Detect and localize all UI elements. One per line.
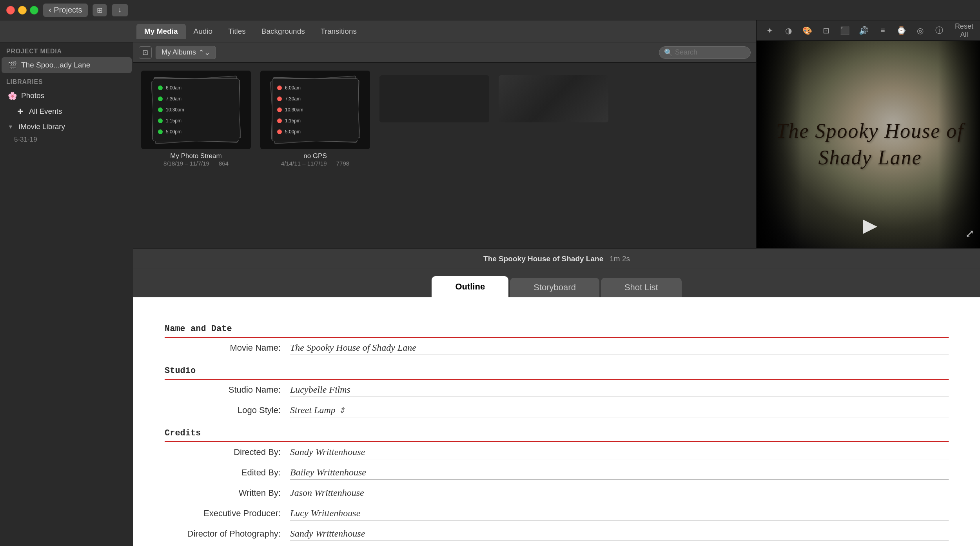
project-name: The Spoo...ady Lane <box>21 61 90 69</box>
timeline-title: The Spooky House of Shady Lane 1m 2s <box>483 255 630 263</box>
magic-wand-button[interactable]: ✦ <box>763 23 777 38</box>
search-icon: 🔍 <box>664 48 673 57</box>
top-area: My Media Audio Titles Backgrounds Transi… <box>133 20 980 248</box>
speed-button[interactable]: ⌚ <box>895 23 909 38</box>
media-item-no-gps[interactable]: 6:00am 7:30am 10:30am <box>260 71 370 167</box>
add-icon: ✚ <box>16 107 25 116</box>
tab-titles[interactable]: Titles <box>220 24 254 39</box>
dot-green-1 <box>158 86 163 90</box>
project-duration: 1m 2s <box>610 255 630 263</box>
bottom-header: The Spooky House of Shady Lane 1m 2s <box>133 249 980 269</box>
section-header-studio: Studio <box>165 366 949 380</box>
minimize-button[interactable] <box>18 6 27 15</box>
dot-red-3 <box>277 107 282 112</box>
time-3: 10:30am <box>166 107 184 113</box>
tab-my-media[interactable]: My Media <box>136 24 186 39</box>
media-meta-2: 4/14/11 – 11/7/19 7798 <box>281 160 349 167</box>
close-button[interactable] <box>6 6 15 15</box>
time-1: 6:00am <box>166 85 181 91</box>
tab-transitions[interactable]: Transitions <box>313 24 365 39</box>
logo-style-text: Street Lamp <box>290 405 336 415</box>
sort-down-button[interactable] <box>112 4 128 16</box>
media-meta-1: 8/18/19 – 11/7/19 864 <box>163 160 229 167</box>
main-content: PROJECT MEDIA 🎬 The Spoo...ady Lane LIBR… <box>0 20 980 546</box>
dot-red-1 <box>277 86 282 90</box>
right-area: My Media Audio Titles Backgrounds Transi… <box>133 20 980 546</box>
play-button[interactable] <box>858 215 882 238</box>
media-count-2: 7798 <box>336 160 349 167</box>
equalizer-button[interactable]: ≡ <box>876 23 890 38</box>
dot-green-4 <box>158 118 163 123</box>
traffic-lights <box>6 6 38 15</box>
section-header-credits: Credits <box>165 428 949 442</box>
value-executive-producer[interactable]: Lucy Writtenhouse <box>290 508 949 521</box>
media-item-partial-1[interactable] <box>379 75 489 122</box>
color-board-button[interactable]: 🎨 <box>800 23 815 38</box>
library-date: 5-31-19 <box>0 134 133 147</box>
tab-backgrounds[interactable]: Backgrounds <box>254 24 313 39</box>
value-logo-style[interactable]: Street Lamp ⇕ <box>290 405 949 417</box>
media-thumb-photo-stream: 6:00am 7:30am 10:30am <box>141 71 251 149</box>
camera-button[interactable]: ⬛ <box>838 23 852 38</box>
info-button[interactable]: ⓘ <box>932 23 946 38</box>
fullscreen-button[interactable]: ⤢ <box>965 227 974 240</box>
sidebar-item-all-events[interactable]: ✚ All Events <box>2 104 132 119</box>
maximize-button[interactable] <box>30 6 38 15</box>
media-browser-toolbar: ⊡ My Albums ⌃⌄ 🔍 <box>133 42 756 63</box>
media-item-photo-stream[interactable]: 6:00am 7:30am 10:30am <box>141 71 251 167</box>
dot-red-4 <box>277 118 282 123</box>
tab-shot-list[interactable]: Shot List <box>601 278 682 297</box>
value-directed-by[interactable]: Sandy Writtenhouse <box>290 447 949 459</box>
tab-audio[interactable]: Audio <box>186 24 221 39</box>
chevron-down-icon: ▼ <box>8 124 13 130</box>
project-media-label: PROJECT MEDIA <box>0 42 133 57</box>
stabilize-button[interactable]: ◎ <box>913 23 927 38</box>
sidebar-toggle-button[interactable]: ⊡ <box>139 46 152 59</box>
label-director-of-photography: Director of Photography: <box>180 529 290 539</box>
tab-outline[interactable]: Outline <box>432 276 508 297</box>
dot-green-3 <box>158 107 163 112</box>
projects-button[interactable]: Projects <box>43 4 88 17</box>
search-input[interactable] <box>675 48 746 56</box>
time-4: 1:15pm <box>166 118 181 124</box>
libraries-label: LIBRARIES <box>0 73 133 88</box>
album-selector[interactable]: My Albums ⌃⌄ <box>156 46 216 59</box>
all-events-label: All Events <box>29 107 62 116</box>
thumb-row-2: 7:30am <box>158 96 234 102</box>
project-title: The Spooky House of Shady Lane <box>483 255 603 263</box>
time-8: 10:30am <box>285 107 303 113</box>
preview-area: ✦ ◑ 🎨 ⊡ ⬛ 🔊 ≡ ⌚ ◎ ⓘ Reset All <box>757 20 980 248</box>
imovie-library-label: iMovie Library <box>19 122 65 131</box>
label-edited-by: Edited By: <box>180 468 290 478</box>
value-studio-name[interactable]: Lucybelle Films <box>290 384 949 397</box>
search-box: 🔍 <box>659 46 751 59</box>
reset-all-button[interactable]: Reset All <box>951 22 977 39</box>
photos-icon: 🌸 <box>8 91 17 100</box>
sidebar: PROJECT MEDIA 🎬 The Spoo...ady Lane LIBR… <box>0 42 133 147</box>
crop-button[interactable]: ⊡ <box>819 23 833 38</box>
label-movie-name: Movie Name: <box>180 343 290 353</box>
tab-storyboard[interactable]: Storyboard <box>510 278 599 297</box>
sidebar-item-project[interactable]: 🎬 The Spoo...ady Lane <box>2 57 132 73</box>
value-movie-name[interactable]: The Spooky House of Shady Lane <box>290 342 949 355</box>
media-grid: 6:00am 7:30am 10:30am <box>133 63 756 248</box>
audio-button[interactable]: 🔊 <box>857 23 871 38</box>
thumb-row-4: 1:15pm <box>158 118 234 124</box>
sidebar-item-photos[interactable]: 🌸 Photos <box>2 88 132 104</box>
preview-video: The Spooky House of Shady Lane ⤢ <box>757 41 980 248</box>
logo-style-dropdown-icon: ⇕ <box>339 406 345 415</box>
color-correction-button[interactable]: ◑ <box>782 23 796 38</box>
thumb-row-1: 6:00am <box>158 85 234 91</box>
dot-red-5 <box>277 129 282 134</box>
value-edited-by[interactable]: Bailey Writtenhouse <box>290 467 949 480</box>
media-item-partial-2[interactable] <box>499 75 608 122</box>
dot-red-2 <box>277 96 282 101</box>
thumb-layer-front: 6:00am 7:30am 10:30am <box>153 78 239 141</box>
value-director-of-photography[interactable]: Sandy Writtenhouse <box>290 528 949 541</box>
label-directed-by: Directed By: <box>180 447 290 457</box>
view-toggle[interactable]: ⊞ <box>93 4 107 16</box>
outline-content: Name and Date Movie Name: The Spooky Hou… <box>133 297 980 546</box>
time-6: 6:00am <box>285 85 301 91</box>
value-written-by[interactable]: Jason Writtenhouse <box>290 488 949 500</box>
sidebar-item-imovie-library[interactable]: ▼ iMovie Library <box>2 119 132 134</box>
